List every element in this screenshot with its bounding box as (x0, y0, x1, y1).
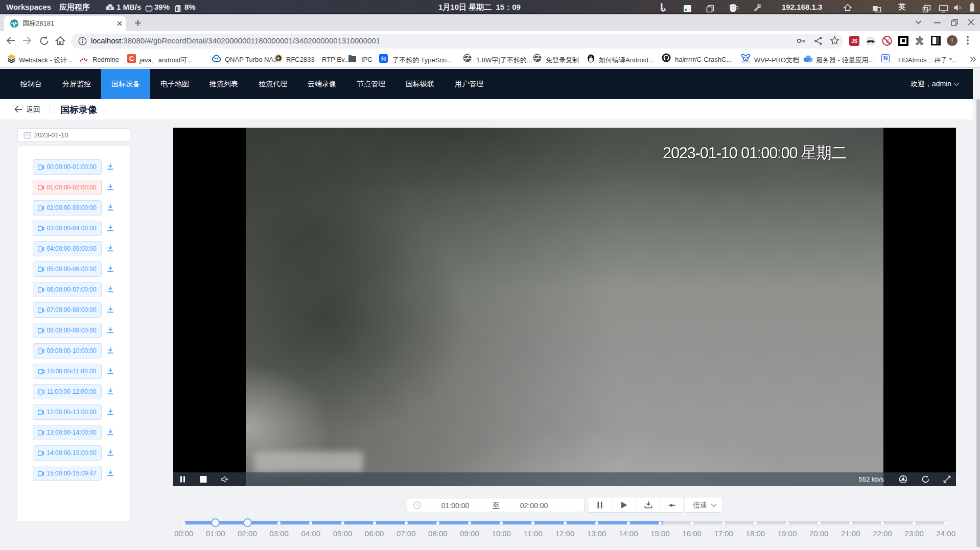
svg-text:WVP PRO: WVP PRO (741, 61, 750, 63)
